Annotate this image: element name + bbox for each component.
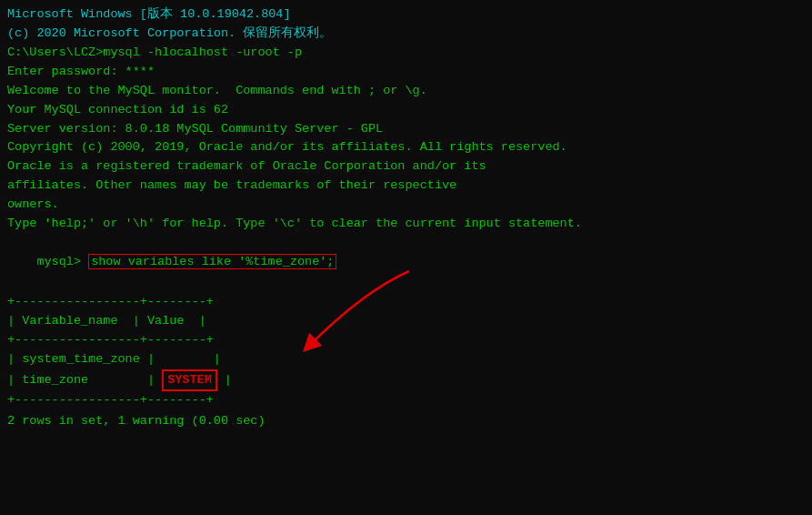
- query-result-table: +-----------------+--------+ | Variable_…: [7, 293, 805, 411]
- table-sep-2: +-----------------+--------+: [7, 331, 805, 350]
- type-help-line: Type 'help;' or '\h' for help. Type '\c'…: [7, 215, 805, 234]
- result-summary-line: 2 rows in set, 1 warning (0.00 sec): [7, 412, 805, 431]
- col-header-variable: Variable_name: [22, 314, 117, 328]
- terminal-window: Microsoft Windows [版本 10.0.19042.804] (c…: [0, 0, 812, 515]
- oracle-tm-line3: owners.: [7, 196, 805, 215]
- row2-var: time_zone: [22, 373, 88, 387]
- col-header-value: Value: [147, 314, 185, 328]
- server-version-line: Server version: 8.0.18 MySQL Community S…: [7, 120, 805, 139]
- row1-var: system_time_zone: [22, 352, 140, 366]
- mysql-prompt: mysql>: [36, 255, 88, 268]
- oracle-tm-line1: Oracle is a registered trademark of Orac…: [7, 157, 805, 177]
- table-header-row: | Variable_name | Value |: [7, 312, 805, 331]
- table-sep-3: +-----------------+--------+: [7, 391, 805, 410]
- mysql-command-line: C:\Users\LCZ>mysql -hlocalhost -uroot -p: [7, 44, 805, 63]
- system-value-highlighted: SYSTEM: [162, 369, 217, 392]
- oracle-copyright-line: Copyright (c) 2000, 2019, Oracle and/or …: [7, 138, 805, 157]
- oracle-tm-line2: affiliates. Other names may be trademark…: [7, 177, 805, 196]
- enter-password-line: Enter password: ****: [7, 63, 805, 82]
- mysql-command-highlighted: show variables like '%time_zone';: [88, 254, 336, 269]
- table-sep-1: +-----------------+--------+: [7, 293, 805, 312]
- ms-copyright-line: (c) 2020 Microsoft Corporation. 保留所有权利。: [7, 25, 805, 44]
- table-data-row1: | system_time_zone | |: [7, 350, 805, 369]
- connection-id-line: Your MySQL connection id is 62: [7, 101, 805, 120]
- table-data-row2: | time_zone | SYSTEM |: [7, 369, 805, 392]
- windows-version-line: Microsoft Windows [版本 10.0.19042.804]: [7, 5, 805, 25]
- welcome-line: Welcome to the MySQL monitor. Commands e…: [7, 82, 805, 101]
- mysql-prompt-line: mysql> show variables like '%time_zone';: [7, 234, 805, 291]
